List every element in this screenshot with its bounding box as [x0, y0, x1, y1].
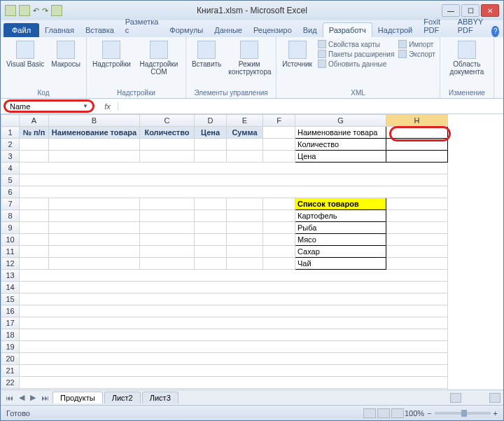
save-icon[interactable] [19, 5, 30, 16]
cell[interactable]: Наименование товара [295, 127, 386, 139]
xml-export-button[interactable]: Экспорт [398, 49, 435, 59]
redo-icon[interactable]: ↷ [42, 6, 48, 15]
map-properties-button[interactable]: Свойства карты [318, 39, 394, 49]
sheet-nav-last-icon[interactable]: ⏭ [39, 394, 51, 402]
cell[interactable] [263, 234, 295, 246]
cell[interactable] [49, 139, 140, 151]
cell[interactable] [20, 365, 448, 377]
tab-view[interactable]: Вид [298, 23, 323, 37]
cell[interactable] [227, 258, 263, 270]
row-header[interactable]: 17 [1, 317, 20, 329]
cell[interactable] [20, 282, 448, 294]
cell[interactable] [263, 222, 295, 234]
row-header[interactable]: 1 [1, 127, 20, 139]
hscroll-right-icon[interactable] [489, 393, 500, 403]
cell[interactable] [263, 210, 295, 222]
cell[interactable] [49, 222, 140, 234]
cell[interactable] [20, 139, 49, 151]
fx-label[interactable]: fx [97, 102, 118, 111]
row-header[interactable]: 20 [1, 353, 20, 365]
cell[interactable] [20, 163, 448, 174]
xml-source-button[interactable]: Источник [281, 39, 314, 69]
sheet-nav-next-icon[interactable]: ▶ [28, 393, 38, 402]
addins-button[interactable]: Надстройки [91, 39, 132, 69]
cell[interactable] [227, 151, 263, 163]
cell[interactable] [140, 210, 195, 222]
cell[interactable] [263, 258, 295, 270]
cell[interactable] [195, 246, 227, 258]
cell[interactable]: № п/п [20, 127, 49, 139]
tab-addins[interactable]: Надстрой [372, 23, 418, 37]
document-panel-button[interactable]: Область документа [444, 39, 489, 77]
cell[interactable] [140, 139, 195, 151]
qat-item-icon[interactable] [51, 5, 62, 16]
cell[interactable]: Цена [295, 151, 386, 163]
tab-page-layout[interactable]: Разметка с [120, 15, 164, 37]
row-header[interactable]: 8 [1, 210, 20, 222]
zoom-in-icon[interactable]: + [493, 409, 498, 417]
cell[interactable] [49, 258, 140, 270]
tab-foxit[interactable]: Foxit PDF [418, 15, 451, 37]
cell[interactable] [140, 246, 195, 258]
row-header[interactable]: 21 [1, 365, 20, 377]
cell[interactable] [20, 270, 448, 282]
cell[interactable] [49, 151, 140, 163]
cell[interactable] [386, 151, 448, 163]
cell[interactable]: Сумма [227, 127, 263, 139]
view-page-layout-icon[interactable] [377, 408, 390, 418]
cell-list-header[interactable]: Список товаров [295, 198, 386, 210]
cell[interactable] [140, 151, 195, 163]
row-header[interactable]: 18 [1, 329, 20, 341]
name-box[interactable]: Name ▼ [4, 99, 94, 113]
cell[interactable] [49, 246, 140, 258]
row-header[interactable]: 15 [1, 294, 20, 305]
col-header-h[interactable]: H [386, 115, 448, 127]
tab-insert[interactable]: Вставка [80, 23, 120, 37]
tab-data[interactable]: Данные [209, 23, 248, 37]
col-header-d[interactable]: D [195, 115, 227, 127]
col-header-a[interactable]: A [20, 115, 49, 127]
cell[interactable] [20, 151, 49, 163]
cell[interactable] [20, 329, 448, 341]
visual-basic-button[interactable]: Visual Basic [5, 39, 46, 69]
cell[interactable] [195, 210, 227, 222]
tab-home[interactable]: Главная [39, 23, 80, 37]
cell[interactable] [195, 222, 227, 234]
cell[interactable] [386, 210, 448, 222]
row-header[interactable]: 6 [1, 186, 20, 198]
row-header[interactable]: 2 [1, 139, 20, 151]
row-header[interactable]: 22 [1, 377, 20, 389]
spreadsheet-grid[interactable]: A B C D E F G H 1 № п/п Наименование тов… [1, 114, 503, 389]
zoom-out-icon[interactable]: − [427, 409, 431, 417]
expansion-packs-button[interactable]: Пакеты расширения [318, 49, 394, 59]
cell[interactable]: Наименование товара [49, 127, 140, 139]
tab-review[interactable]: Рецензиро [248, 23, 298, 37]
view-page-break-icon[interactable] [391, 408, 404, 418]
cell[interactable] [49, 198, 140, 210]
cell[interactable] [20, 305, 448, 317]
cell[interactable]: Рыба [295, 222, 386, 234]
cell[interactable] [227, 198, 263, 210]
col-header-e[interactable]: E [227, 115, 263, 127]
cell[interactable] [140, 198, 195, 210]
cell[interactable] [20, 174, 448, 186]
row-header[interactable]: 16 [1, 305, 20, 317]
cell[interactable] [20, 389, 448, 390]
sheet-tab-3[interactable]: Лист3 [142, 392, 178, 403]
sheet-nav-first-icon[interactable]: ⏮ [4, 394, 15, 402]
sheet-nav-prev-icon[interactable]: ◀ [17, 393, 27, 402]
cell[interactable] [195, 198, 227, 210]
cell[interactable] [20, 222, 49, 234]
row-header[interactable]: 13 [1, 270, 20, 282]
cell[interactable] [20, 258, 49, 270]
tab-file[interactable]: Файл [4, 23, 39, 37]
cell[interactable] [263, 198, 295, 210]
zoom-level[interactable]: 100% [405, 409, 424, 417]
cell[interactable] [140, 234, 195, 246]
col-header-g[interactable]: G [295, 115, 386, 127]
design-mode-button[interactable]: Режим конструктора [227, 39, 272, 77]
zoom-slider[interactable] [435, 412, 491, 415]
cell[interactable] [263, 139, 295, 151]
cell[interactable] [227, 139, 263, 151]
row-header[interactable]: 19 [1, 341, 20, 353]
